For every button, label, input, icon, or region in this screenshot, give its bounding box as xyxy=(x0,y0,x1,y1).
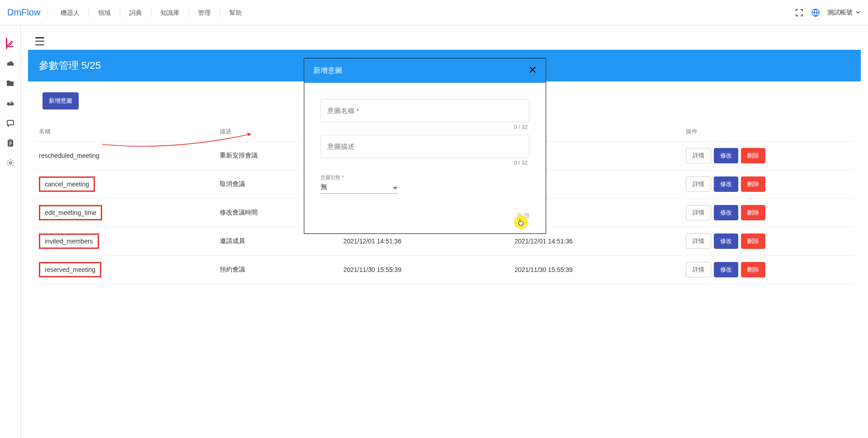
nav-domain[interactable]: 領域 xyxy=(89,8,120,17)
close-icon[interactable] xyxy=(528,65,537,76)
intent-name: reserved_meeting xyxy=(39,262,101,277)
edit-button[interactable]: 修改 xyxy=(714,205,738,220)
delete-button[interactable]: 刪除 xyxy=(741,205,765,220)
delete-button[interactable]: 刪除 xyxy=(741,148,765,163)
delete-button[interactable]: 刪除 xyxy=(741,262,765,277)
intent-desc: 預約會議 xyxy=(216,256,340,284)
top-nav: DmFlow 機器人 領域 詞典 知識庫 管理 幫助 測試帳號 xyxy=(0,0,868,25)
sidebar-message[interactable] xyxy=(6,119,15,128)
nav-manage[interactable]: 管理 xyxy=(189,8,220,17)
confirm-add-button[interactable]: 新增 xyxy=(517,212,529,220)
delete-button[interactable]: 刪除 xyxy=(741,176,765,192)
sidebar-clipboard[interactable] xyxy=(6,138,15,148)
sidebar xyxy=(0,25,21,438)
type-label: 意圖型態 * xyxy=(321,174,397,181)
globe-icon[interactable] xyxy=(811,8,820,17)
fullscreen-icon[interactable] xyxy=(795,8,804,17)
dropdown-icon xyxy=(393,183,397,191)
add-intent-button[interactable]: 新增意圖 xyxy=(42,92,79,110)
name-counter: 0 / 32 xyxy=(321,124,529,130)
intent-name: rescheduled_meeting xyxy=(39,152,99,159)
desc-counter: 0 / 32 xyxy=(321,160,529,166)
sidebar-folder[interactable] xyxy=(6,79,15,88)
svg-rect-1 xyxy=(7,120,14,125)
main-content: 參數管理 5/25 新增意圖 名稱 描述 操作 xyxy=(21,25,868,438)
edit-button[interactable]: 修改 xyxy=(714,233,738,249)
intent-name-input[interactable] xyxy=(321,99,529,122)
nav-links: 機器人 領域 詞典 知識庫 管理 幫助 xyxy=(52,8,795,17)
card-toolbar xyxy=(28,33,861,50)
col-name: 名稱 xyxy=(35,122,216,142)
col-actions: 操作 xyxy=(682,122,854,142)
sidebar-settings[interactable] xyxy=(6,158,15,167)
brand-logo[interactable]: DmFlow xyxy=(7,7,48,18)
edit-button[interactable]: 修改 xyxy=(714,148,738,163)
nav-right: 測試帳號 xyxy=(795,8,861,17)
modal-header: 新增意圖 xyxy=(304,58,546,83)
intent-name: cancel_meeting xyxy=(39,176,95,192)
intent-updated: 2021/11/30 15:55:39 xyxy=(511,256,682,284)
nav-help[interactable]: 幫助 xyxy=(220,8,251,17)
intent-type-select[interactable]: 意圖型態 * 無 xyxy=(321,172,397,194)
svg-rect-3 xyxy=(9,139,12,141)
nav-knowledge[interactable]: 知識庫 xyxy=(151,8,189,17)
sidebar-edit[interactable] xyxy=(6,39,15,48)
intent-desc-input[interactable] xyxy=(321,135,529,158)
svg-point-4 xyxy=(9,162,11,164)
detail-button[interactable]: 詳情 xyxy=(686,148,711,163)
hamburger-icon[interactable] xyxy=(35,37,44,45)
delete-button[interactable]: 刪除 xyxy=(741,233,765,249)
chevron-down-icon xyxy=(855,9,861,16)
add-intent-modal: 新增意圖 0 / 32 0 / 32 意圖型態 * 無 xyxy=(304,58,546,234)
intent-name: edit_meeting_time xyxy=(39,205,102,220)
sidebar-upload[interactable] xyxy=(6,99,15,108)
sidebar-cloud[interactable] xyxy=(6,59,15,68)
detail-button[interactable]: 詳情 xyxy=(686,176,711,192)
detail-button[interactable]: 詳情 xyxy=(686,205,711,220)
edit-button[interactable]: 修改 xyxy=(714,176,738,192)
type-value: 無 xyxy=(321,183,327,191)
account-label: 測試帳號 xyxy=(827,9,853,17)
nav-robot[interactable]: 機器人 xyxy=(52,8,89,17)
table-row: reserved_meeting 預約會議 2021/11/30 15:55:3… xyxy=(35,256,854,284)
account-dropdown[interactable]: 測試帳號 xyxy=(827,9,861,17)
nav-dictionary[interactable]: 詞典 xyxy=(120,8,151,17)
detail-button[interactable]: 詳情 xyxy=(686,233,711,249)
intent-created: 2021/11/30 15:55:39 xyxy=(340,256,511,284)
modal-title: 新增意圖 xyxy=(313,66,342,76)
edit-button[interactable]: 修改 xyxy=(714,262,738,277)
detail-button[interactable]: 詳情 xyxy=(686,262,711,277)
intent-name: invited_members xyxy=(39,233,99,249)
